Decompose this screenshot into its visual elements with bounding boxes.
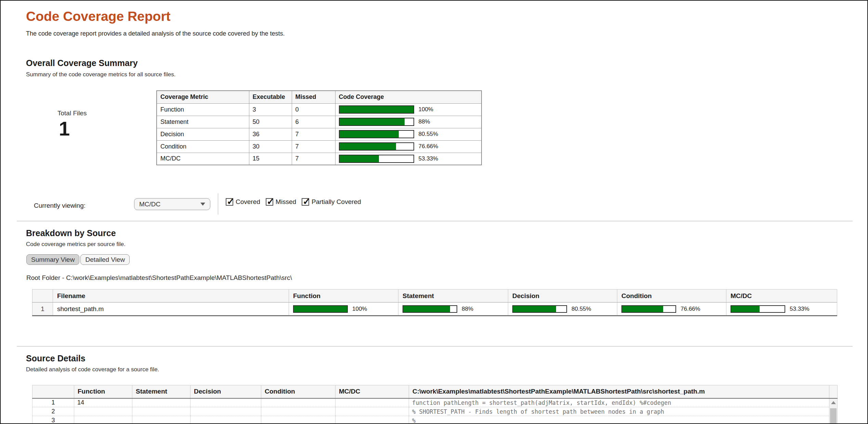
summary-view-button[interactable]: Summary View <box>26 254 79 265</box>
condition-cell <box>261 407 336 416</box>
line-number: 1 <box>32 398 74 407</box>
coverage-bar <box>403 305 457 313</box>
chevron-down-icon <box>200 203 205 206</box>
coverage-filter-checkboxes: Covered Missed Partially Covered <box>226 198 361 206</box>
source-line-row: 1 14 function pathLength = shortest_path… <box>32 398 838 407</box>
col-header-code-coverage: Code Coverage <box>335 91 482 103</box>
function-count-cell <box>74 407 132 416</box>
condition-cell <box>261 416 336 424</box>
col-header-decision: Decision <box>508 290 617 303</box>
section-divider <box>17 221 853 221</box>
metric-executable: 30 <box>249 140 292 153</box>
line-number: 2 <box>32 407 74 416</box>
metric-executable: 3 <box>249 103 292 116</box>
coverage-bar <box>512 305 567 313</box>
col-header-decision: Decision <box>190 385 261 398</box>
source-line-row: 2 % SHORTEST_PATH - Finds length of shor… <box>32 407 838 416</box>
scrollbar-track[interactable] <box>829 399 837 424</box>
source-scrollbar[interactable] <box>829 398 838 424</box>
statement-cell <box>132 416 190 424</box>
checkbox-covered[interactable]: Covered <box>226 198 260 206</box>
decision-cell <box>190 407 261 416</box>
scroll-up-button[interactable] <box>829 399 837 407</box>
filename-cell[interactable]: shortest_path.m <box>53 303 289 316</box>
condition-cell <box>261 398 336 407</box>
page-title: Code Coverage Report <box>26 9 171 24</box>
summary-row-mcdc: MC/DC 15 7 53.33% <box>157 153 482 165</box>
decision-cell <box>190 398 261 407</box>
source-details-subheading: Detailed analysis of code coverage for a… <box>26 366 159 373</box>
row-number: 1 <box>32 303 53 316</box>
function-count-cell: 14 <box>74 398 132 407</box>
coverage-bar <box>293 305 348 313</box>
col-header-mcdc: MC/DC <box>336 385 409 398</box>
overall-summary-subheading: Summary of the code coverage metrics for… <box>26 71 175 78</box>
col-header-linenum <box>32 385 74 398</box>
total-files-label: Total Files <box>57 110 87 117</box>
checkbox-missed[interactable]: Missed <box>266 198 296 206</box>
metric-name: Condition <box>157 140 249 153</box>
scrollbar-header-cell <box>829 385 838 398</box>
summary-row-statement: Statement 50 6 88% <box>157 116 482 128</box>
page-subtitle: The code coverage report provides a deta… <box>26 30 285 37</box>
metric-name: Function <box>157 103 249 116</box>
source-details-table: Function Statement Decision Condition MC… <box>32 385 838 424</box>
coverage-percent: 53.33% <box>419 155 438 162</box>
col-header-function: Function <box>289 290 398 303</box>
currently-viewing-label: Currently viewing: <box>34 202 86 209</box>
col-header-statement: Statement <box>132 385 190 398</box>
col-header-filename: Filename <box>53 290 289 303</box>
coverage-bar <box>731 305 785 313</box>
breakdown-row-shortest-path[interactable]: 1 shortest_path.m 100% 88% 80.55% 76.66%… <box>32 303 837 316</box>
coverage-percent: 88% <box>462 306 473 312</box>
metric-missed: 6 <box>292 116 335 128</box>
source-code-line: % SHORTEST_PATH - Finds length of shorte… <box>409 407 829 416</box>
metric-missed: 7 <box>292 128 335 140</box>
source-code-line: function pathLength = shortest_path(adjM… <box>409 398 829 407</box>
metric-missed: 0 <box>292 103 335 116</box>
col-header-function: Function <box>74 385 132 398</box>
coverage-bar <box>339 142 414 151</box>
metric-dropdown-value: MC/DC <box>139 201 160 208</box>
metric-dropdown[interactable]: MC/DC <box>134 198 210 210</box>
coverage-percent: 88% <box>419 118 430 125</box>
triangle-up-icon <box>831 401 836 404</box>
coverage-percent: 100% <box>352 306 367 312</box>
coverage-bar <box>621 305 676 313</box>
col-header-condition: Condition <box>261 385 336 398</box>
summary-row-condition: Condition 30 7 76.66% <box>157 140 482 153</box>
missed-checkbox-box[interactable] <box>266 198 273 206</box>
total-files-value: 1 <box>59 117 70 140</box>
overall-summary-heading: Overall Coverage Summary <box>26 58 138 68</box>
line-number: 3 <box>32 416 74 424</box>
col-header-condition: Condition <box>617 290 726 303</box>
mcdc-cell <box>336 407 409 416</box>
source-line-row: 3 % <box>32 416 838 424</box>
source-details-heading: Source Details <box>26 354 86 363</box>
coverage-percent: 76.66% <box>681 306 700 312</box>
coverage-percent: 80.55% <box>419 131 438 138</box>
covered-checkbox-box[interactable] <box>226 198 233 206</box>
coverage-bar <box>339 118 414 126</box>
coverage-percent: 100% <box>419 106 433 113</box>
summary-row-decision: Decision 36 7 80.55% <box>157 128 482 140</box>
scrollbar-thumb[interactable] <box>830 408 837 424</box>
col-header-missed: Missed <box>292 91 335 103</box>
section-divider <box>17 346 853 347</box>
detailed-view-button[interactable]: Detailed View <box>80 254 130 265</box>
code-coverage-report-page: Code Coverage Report The code coverage r… <box>0 0 868 424</box>
source-file-path-header: C:\work\Examples\matlabtest\ShortestPath… <box>409 385 829 398</box>
metric-executable: 15 <box>249 153 292 165</box>
col-header-rownum <box>32 290 53 303</box>
coverage-percent: 53.33% <box>790 306 810 312</box>
partially-covered-checkbox-box[interactable] <box>302 198 309 206</box>
metric-name: Decision <box>157 128 249 140</box>
covered-checkbox-label: Covered <box>236 198 260 206</box>
overall-coverage-table: Coverage Metric Executable Missed Code C… <box>156 90 482 165</box>
view-toggle-buttons: Summary View Detailed View <box>26 254 130 265</box>
checkbox-partially-covered[interactable]: Partially Covered <box>302 198 361 206</box>
col-header-statement: Statement <box>398 290 508 303</box>
overall-table-header-row: Coverage Metric Executable Missed Code C… <box>157 91 482 103</box>
col-header-mcdc: MC/DC <box>726 290 837 303</box>
coverage-percent: 76.66% <box>419 143 438 150</box>
